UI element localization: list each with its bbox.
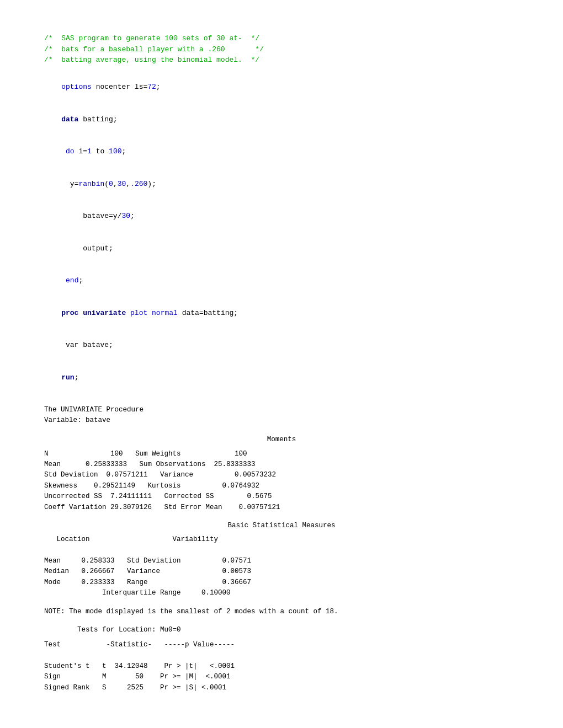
- basic-row-spacer: [44, 545, 519, 556]
- comment-line-1: /* SAS program to generate 100 sets of 3…: [44, 33, 519, 44]
- tests-header: Tests for Location: Mu0=0: [77, 625, 519, 635]
- proc-options: plot normal: [126, 309, 178, 317]
- do-line: do i=1 to 100;: [44, 136, 519, 168]
- basic-row-4: Interquartile Range 0.10000: [44, 588, 519, 598]
- y-line: y=ranbin(0,30,.260);: [44, 168, 519, 200]
- comment-line-3: /* batting average, using the binomial m…: [44, 55, 519, 66]
- do-keyword: do: [66, 147, 75, 156]
- basic-stats-table: Location Variability Mean 0.258333 Std D…: [44, 534, 519, 598]
- batave-value: batave=y/30;: [61, 212, 135, 220]
- data-keyword: data: [61, 115, 78, 124]
- tests-col-header: Test -Statistic- -----p Value-----: [44, 640, 519, 650]
- moments-row-4: Skewness 0.29521149 Kurtosis 0.0764932: [44, 481, 519, 491]
- run-semi: ;: [75, 373, 79, 382]
- location-variability-header: Location Variability: [44, 534, 519, 545]
- moments-header: Moments: [44, 435, 519, 445]
- code-section: /* SAS program to generate 100 sets of 3…: [44, 33, 519, 394]
- moments-table: N 100 Sum Weights 100 Mean 0.25833333 Su…: [44, 449, 519, 513]
- data-value: batting;: [78, 115, 117, 124]
- do-space: [61, 147, 66, 156]
- y-indent: [61, 180, 70, 188]
- end-keyword: end: [66, 276, 78, 285]
- batave-line: batave=y/30;: [44, 200, 519, 233]
- comment-line-2: /* bats for a baseball player with a .26…: [44, 44, 519, 55]
- do-value: i=1 to 100;: [75, 147, 126, 156]
- output-section: The UNIVARIATE Procedure Variable: batav…: [44, 405, 519, 694]
- note-line: NOTE: The mode displayed is the smallest…: [44, 607, 519, 617]
- y-value: y=ranbin(0,30,.260);: [70, 180, 156, 188]
- moments-row-3: Std Deviation 0.07571211 Variance 0.0057…: [44, 470, 519, 480]
- basic-row-3: Mode 0.233333 Range 0.36667: [44, 577, 519, 588]
- output-line: output;: [44, 232, 519, 265]
- basic-row-1: Mean 0.258333 Std Deviation 0.07571: [44, 556, 519, 566]
- output-title1: The UNIVARIATE Procedure: [44, 405, 519, 415]
- moments-row-6: Coeff Variation 29.3079126 Std Error Mea…: [44, 502, 519, 513]
- var-value: var batave;: [61, 341, 113, 349]
- output-value: output;: [61, 244, 113, 253]
- var-line: var batave;: [44, 329, 519, 362]
- moments-row-2: Mean 0.25833333 Sum Observations 25.8333…: [44, 459, 519, 470]
- options-line: options nocenter ls=72;: [44, 71, 519, 104]
- moments-row-5: Uncorrected SS 7.24111111 Corrected SS 0…: [44, 491, 519, 502]
- end-line: end;: [44, 265, 519, 297]
- tests-spacer: [44, 651, 519, 661]
- tests-row-1: Student's t t 34.12048 Pr > |t| <.0001: [44, 661, 519, 672]
- options-value: nocenter ls=72;: [92, 83, 161, 91]
- proc-line: proc univariate plot normal data=batting…: [44, 297, 519, 329]
- basic-row-2: Median 0.266667 Variance 0.00573: [44, 566, 519, 577]
- proc-data: data=batting;: [178, 309, 238, 317]
- options-keyword: options: [61, 83, 92, 91]
- moments-row-1: N 100 Sum Weights 100: [44, 449, 519, 459]
- run-line: run;: [44, 361, 519, 394]
- run-keyword: run: [61, 373, 74, 382]
- data-line: data batting;: [44, 103, 519, 136]
- tests-table: Test -Statistic- -----p Value----- Stude…: [44, 640, 519, 693]
- output-title2: Variable: batave: [44, 415, 519, 426]
- basic-header: Basic Statistical Measures: [44, 521, 519, 531]
- end-semi: ;: [78, 276, 83, 285]
- tests-row-2: Sign M 50 Pr >= |M| <.0001: [44, 672, 519, 682]
- proc-keyword: proc univariate: [61, 309, 126, 317]
- end-space: [61, 276, 66, 285]
- tests-row-3: Signed Rank S 2525 Pr >= |S| <.0001: [44, 683, 519, 693]
